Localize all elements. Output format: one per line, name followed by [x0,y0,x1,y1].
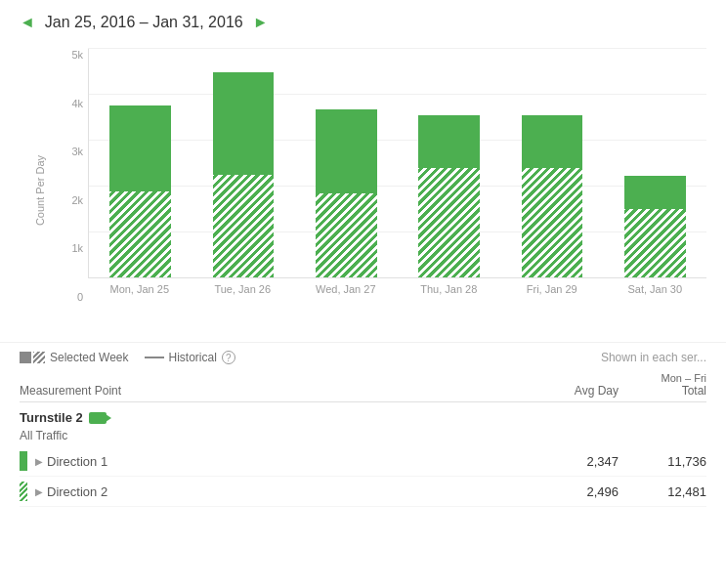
legend-historical-label: Historical [169,351,217,364]
measurement-header: Measurement Point [20,384,521,398]
legend-hatched-box [33,352,45,363]
camera-icon [89,412,107,424]
x-label-fri: Fri, Jan 29 [500,278,604,303]
direction-indicator-1 [20,451,27,471]
direction-indicator-2 [20,482,27,501]
bar-hatched-sat [624,209,686,277]
bar-group-thu [398,49,500,277]
bar-wrapper-wed [303,109,390,277]
turnstile-label: Turnstile 2 [20,410,83,425]
direction-2-avg: 2,496 [521,484,619,499]
bar-group-wed [295,49,398,277]
help-icon[interactable]: ? [222,351,235,364]
chart-container: 5k 4k 3k 2k 1k 0 [54,49,706,303]
y-tick-0: 0 [77,291,83,303]
bar-wrapper-mon [97,105,184,277]
bar-solid-wed [316,109,377,193]
prev-arrow[interactable]: ◄ [20,14,35,31]
bar-wrapper-fri [508,115,595,277]
y-tick-2k: 2k [71,194,83,206]
bar-solid-tue [213,72,275,175]
x-label-mon: Mon, Jan 25 [88,278,192,303]
col-total-header: Total [619,384,706,398]
legend-selected-week-label: Selected Week [50,351,129,364]
bar-group-mon [89,49,192,277]
bars-area [88,49,706,278]
chevron-icon-2: ▶ [35,486,43,497]
y-axis-label: Count Per Day [34,155,46,226]
bar-hatched-wed [316,193,377,277]
bar-solid-fri [522,115,583,168]
date-navigation: ◄ Jan 25, 2016 – Jan 31, 2016 ► [0,0,726,39]
legend-line [145,357,164,358]
direction-2-total: 12,481 [619,484,706,499]
direction-1-label: Direction 1 [47,454,107,469]
legend-historical: Historical ? [145,351,235,364]
col-group-header: Mon – Fri Avg Day Total [521,372,706,398]
y-tick-1k: 1k [71,242,83,254]
legend-shown-label: Shown in each ser... [601,351,706,364]
bar-hatched-tue [213,175,275,277]
y-tick-4k: 4k [71,98,83,109]
col-group-label: Mon – Fri [662,372,706,384]
direction-1-total: 11,736 [619,454,706,469]
legend-solid-box [20,352,31,363]
bar-group-sat [604,49,706,277]
col-avg-header: Avg Day [521,384,619,398]
legend-left: Selected Week Historical ? [20,351,235,364]
direction-name-2: ▶ Direction 2 [35,484,521,499]
chart-area: Count Per Day 5k 4k 3k 2k 1k 0 [0,39,726,342]
bar-solid-mon [109,105,171,191]
bar-hatched-thu [418,168,480,277]
direction-1-avg: 2,347 [521,454,619,469]
data-table: Measurement Point Mon – Fri Avg Day Tota… [0,372,726,507]
direction-2-label: Direction 2 [47,484,107,499]
next-arrow[interactable]: ► [253,14,269,31]
bar-wrapper-sat [612,176,699,277]
x-label-sat: Sat, Jan 30 [604,278,707,303]
y-axis: 5k 4k 3k 2k 1k 0 [54,49,88,303]
bar-solid-thu [418,115,480,168]
all-traffic-label: All Traffic [20,427,706,446]
x-labels: Mon, Jan 25 Tue, Jan 26 Wed, Jan 27 Thu,… [88,278,706,303]
legend-dash [145,357,164,358]
table-header-row: Measurement Point Mon – Fri Avg Day Tota… [20,372,706,402]
turnstile-row: Turnstile 2 [20,402,706,427]
legend-selected-week: Selected Week [20,351,129,364]
bar-hatched-fri [522,168,583,277]
legend-area: Selected Week Historical ? Shown in each… [0,342,726,372]
y-tick-3k: 3k [71,146,83,157]
chevron-icon-1: ▶ [35,456,43,467]
bar-group-tue [192,49,294,277]
x-label-tue: Tue, Jan 26 [192,278,295,303]
bar-hatched-mon [109,191,171,277]
bar-solid-sat [624,176,686,209]
col-group-sub: Avg Day Total [521,384,706,398]
direction-row-2[interactable]: ▶ Direction 2 2,496 12,481 [20,477,706,507]
x-label-wed: Wed, Jan 27 [294,278,398,303]
direction-name-1: ▶ Direction 1 [35,454,521,469]
x-label-thu: Thu, Jan 28 [398,278,501,303]
y-tick-5k: 5k [71,49,83,61]
bar-group-fri [500,49,603,277]
bar-wrapper-thu [406,115,492,277]
date-range-label: Jan 25, 2016 – Jan 31, 2016 [45,14,243,31]
bar-wrapper-tue [199,72,286,277]
direction-row-1[interactable]: ▶ Direction 1 2,347 11,736 [20,446,706,477]
